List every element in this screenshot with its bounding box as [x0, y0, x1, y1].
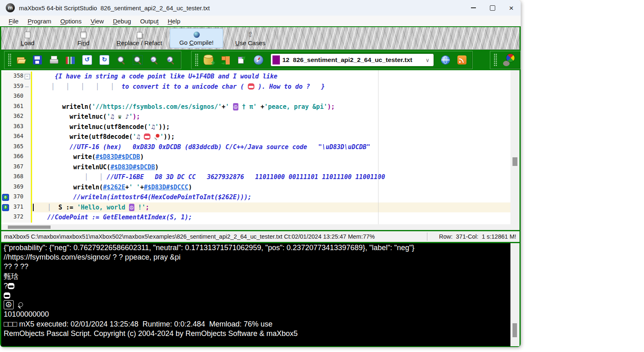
code-text[interactable]: │ │ │ │ │ to convert it to a unicode cha… — [32, 82, 510, 92]
console-line-2: //https://fsymbols.com/es/signos/ ? ? pp… — [1, 253, 519, 262]
gutter: 3713 — [1, 202, 32, 213]
use-cases-button[interactable]: ⇧Use Cases — [224, 27, 277, 49]
usecases-icon: ⇧ — [247, 31, 253, 38]
editor-line-372[interactable]: 372 //CodePoint := GetElementAtIndex(S, … — [1, 212, 510, 223]
peace-symbol: ☮ — [4, 300, 14, 309]
editor-vertical-scrollbar[interactable] — [510, 70, 519, 224]
code-text[interactable]: writeln('//https://fsymbols.com/es/signo… — [32, 102, 510, 112]
editor-vscroll-thumb[interactable] — [512, 157, 517, 166]
search-icon[interactable] — [117, 55, 126, 64]
editor-line-363[interactable]: 363 writelnuc(utf8encode('♫')); — [1, 122, 510, 132]
toolbar-gripper[interactable] — [195, 53, 199, 67]
editor-line-366[interactable]: 366 write(#$D83D#$DCDB) — [1, 152, 510, 162]
maxbox-window: m maXbox5 64-bit ScriptStudio 826_sentim… — [0, 0, 521, 347]
script-color-chip — [272, 55, 280, 64]
code-text[interactable]: //UTF-16 (hex) 0xD83D 0xDCDB (d83ddcdb) … — [32, 142, 510, 152]
code-text[interactable]: writelnuc('♫ ♛ ♪'); — [32, 112, 510, 122]
menu-item-file[interactable]: File — [4, 18, 23, 25]
grin-emoji — [8, 283, 14, 289]
menu-item-options[interactable]: Options — [56, 18, 86, 25]
zoom-out-icon[interactable]: − — [150, 55, 159, 64]
script-selector-combobox[interactable]: 12 826_sentiment_api2_2_64_uc_tester.txt… — [270, 53, 434, 67]
toolbar-gripper[interactable] — [494, 53, 497, 67]
menu-item-view[interactable]: View — [86, 18, 108, 25]
blocks-icon[interactable] — [221, 55, 230, 64]
line-number: 365 — [14, 143, 23, 150]
editor-line-367[interactable]: 367 writelnUC(#$D83D#$DCDB) — [1, 162, 510, 173]
code-text[interactable] — [32, 92, 510, 102]
replace-refact-button[interactable]: Replace / Refact — [113, 27, 166, 49]
chevron-down-icon[interactable]: ∨ — [425, 57, 429, 63]
code-text[interactable]: write(#$D83D#$DCDB) — [32, 152, 510, 162]
open-folder-icon[interactable] — [16, 55, 25, 64]
minimize-button[interactable] — [464, 0, 483, 16]
menu-item-debug[interactable]: Debug — [108, 18, 136, 25]
undo-icon[interactable]: ↺ — [82, 55, 92, 65]
redo-icon[interactable]: ↻ — [99, 55, 109, 65]
close-button[interactable]: × — [502, 0, 521, 16]
music-notes-emoji: ♫ — [136, 133, 140, 140]
editor-line-364[interactable]: 364 write(utf8decode('♫ ')); — [1, 132, 510, 142]
editor-line-365[interactable]: 365 //UTF-16 (hex) 0xD83D 0xDCDB (d83ddc… — [1, 142, 510, 152]
fold-marker-icon[interactable]: − — [25, 74, 30, 79]
code-text[interactable]: writelnuc(utf8encode('♫')); — [32, 122, 510, 132]
music-notes-emoji: ♫ — [151, 123, 155, 131]
toolbar-gripper[interactable] — [8, 53, 12, 67]
editor-line-360[interactable]: 360 — [1, 92, 510, 102]
go-compile-button[interactable]: Go Compile! — [170, 28, 223, 48]
code-text[interactable]: writeln(#$262E+' '+#$D83D#$DCCC) — [32, 182, 510, 193]
code-text[interactable]: │ S := 'Hello, world ☮ !'; — [32, 202, 510, 213]
code-text[interactable]: │ │ //UTF-16BE D8 3D DC CC 3627932876 11… — [32, 172, 510, 182]
code-text[interactable]: write(utf8decode('♫ ')); — [32, 132, 510, 142]
line-number: 363 — [14, 123, 23, 129]
gutter: 363 — [1, 122, 32, 132]
line-number: 359 — [14, 83, 23, 89]
editor-line-371[interactable]: 3713 │ S := 'Hello, world ☮ !'; — [1, 202, 510, 213]
code-text[interactable]: writelnUC(#$D83D#$DCDB) — [32, 162, 510, 173]
console-line-10: RemObjects Pascal Script. Copyright (c) … — [1, 329, 519, 338]
editor-line-358[interactable]: 358− {I have in string a code point like… — [1, 71, 510, 82]
editor-line-368[interactable]: 368 │ │ //UTF-16BE D8 3D DC CC 362793287… — [1, 172, 510, 182]
code-editor[interactable]: 358− {I have in string a code point like… — [1, 70, 519, 224]
editor-line-362[interactable]: 362 writelnuc('♫ ♛ ♪'); — [1, 112, 510, 122]
close-icon: × — [509, 4, 513, 12]
print-icon[interactable] — [49, 55, 58, 64]
toolbar-divider — [55, 29, 56, 47]
status-file-path: maXbox5 C:\maxbox\maxbox51\maXbox502\max… — [1, 233, 375, 240]
editor-line-369[interactable]: 369 writeln(#$262E+' '+#$D83D#$DCCC) — [1, 182, 510, 193]
code-text[interactable]: //writeln(inttostr64(HexCodePointToInt($… — [32, 192, 510, 202]
colorball-icon[interactable] — [502, 54, 515, 66]
maximize-button[interactable] — [483, 0, 502, 16]
pushpin-emoji — [18, 302, 23, 308]
compass-icon[interactable] — [254, 55, 263, 65]
line-number: 371 — [14, 203, 23, 210]
rss-icon[interactable] — [457, 55, 466, 64]
menu-bar: FileProgramOptionsViewDebugOutputHelp — [0, 16, 521, 26]
console-scrollbar[interactable] — [510, 243, 519, 346]
search-options-icon[interactable] — [133, 55, 142, 64]
bookmark-icon[interactable]: 3 — [2, 204, 9, 211]
console-scroll-thumb[interactable] — [512, 323, 517, 337]
toolbar-divider — [278, 29, 279, 47]
status-row-col: Row: 371-Col: 1 s:12861 M! — [439, 233, 516, 240]
editor-line-359[interactable]: 359 │ │ │ │ │ to convert it to a unicode… — [1, 82, 510, 92]
save-icon[interactable] — [33, 55, 42, 64]
globe-icon[interactable] — [441, 55, 450, 64]
zoom-in-icon[interactable]: + — [166, 55, 175, 64]
code-text[interactable]: {I have in string a code point like U+1F… — [32, 71, 510, 82]
editor-line-370[interactable]: 3700 //writeln(inttostr64(HexCodePointTo… — [1, 192, 510, 202]
menu-item-help[interactable]: Help — [163, 18, 185, 25]
menu-item-output[interactable]: Output — [136, 18, 163, 25]
editor-horizontal-scrollbar[interactable] — [1, 224, 519, 230]
editor-line-361[interactable]: 361 writeln('//https://fsymbols.com/es/s… — [1, 102, 510, 112]
library-icon[interactable] — [66, 57, 75, 64]
bookmark-icon[interactable]: 0 — [2, 194, 9, 201]
load-button[interactable]: Load — [1, 27, 54, 49]
find-button[interactable]: Find — [57, 27, 110, 49]
editor-hscroll-thumb[interactable] — [8, 225, 51, 229]
maximize-icon — [490, 5, 495, 11]
menu-item-program[interactable]: Program — [23, 18, 56, 25]
script-export-icon[interactable] — [237, 55, 246, 64]
code-text[interactable]: //CodePoint := GetElementAtIndex(S, 1); — [32, 212, 510, 223]
database-add-icon[interactable] — [203, 55, 213, 65]
